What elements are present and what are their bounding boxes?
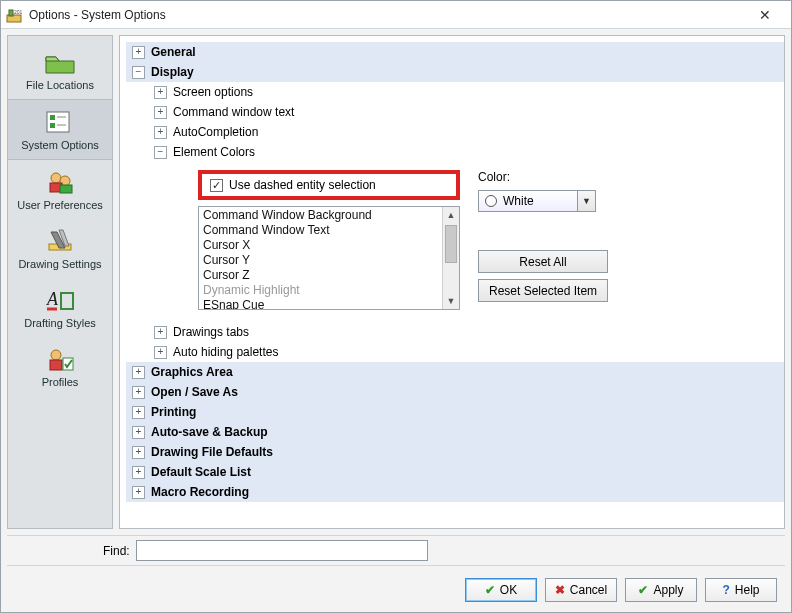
use-dashed-checkbox[interactable]: ✓	[210, 179, 223, 192]
expand-icon[interactable]: +	[154, 126, 167, 139]
scroll-thumb[interactable]	[445, 225, 457, 263]
sidebar-label: User Preferences	[17, 199, 103, 211]
apply-icon: ✔	[638, 583, 648, 597]
element-colors-list[interactable]: Command Window Background Command Window…	[198, 206, 460, 310]
tree-node-printing[interactable]: + Printing	[126, 402, 784, 422]
collapse-icon[interactable]: −	[154, 146, 167, 159]
tree-node-display[interactable]: − Display	[126, 62, 784, 82]
svg-point-20	[51, 350, 61, 360]
svg-rect-13	[60, 185, 72, 193]
color-label: Color:	[478, 170, 608, 184]
expand-icon[interactable]: +	[132, 426, 145, 439]
collapse-icon[interactable]: −	[132, 66, 145, 79]
sidebar-item-drawing-settings[interactable]: Drawing Settings	[8, 219, 112, 278]
svg-marker-4	[46, 57, 59, 61]
list-scrollbar[interactable]: ▲ ▼	[442, 207, 459, 309]
svg-rect-21	[50, 360, 62, 370]
expand-icon[interactable]: +	[132, 46, 145, 59]
checklist-icon	[43, 108, 77, 136]
tree-node-open-save-as[interactable]: + Open / Save As	[126, 382, 784, 402]
expand-icon[interactable]: +	[132, 386, 145, 399]
expand-icon[interactable]: +	[132, 486, 145, 499]
tree-node-graphics-area[interactable]: + Graphics Area	[126, 362, 784, 382]
apply-button[interactable]: ✔ Apply	[625, 578, 697, 602]
category-sidebar: File Locations System Options User Prefe…	[7, 35, 113, 529]
sidebar-label: Drafting Styles	[24, 317, 96, 329]
help-button[interactable]: ? Help	[705, 578, 777, 602]
svg-rect-7	[50, 123, 55, 128]
tree-node-auto-hiding-palettes[interactable]: + Auto hiding palettes	[126, 342, 784, 362]
sidebar-item-drafting-styles[interactable]: A Drafting Styles	[8, 278, 112, 337]
scroll-up-icon[interactable]: ▲	[443, 207, 459, 223]
expand-icon[interactable]: +	[154, 346, 167, 359]
window-title: Options - System Options	[29, 8, 745, 22]
color-swatch-icon	[485, 195, 497, 207]
expand-icon[interactable]: +	[132, 366, 145, 379]
text-style-icon: A	[43, 286, 77, 314]
tree-node-element-colors[interactable]: − Element Colors	[126, 142, 784, 162]
list-item[interactable]: Cursor Z	[203, 268, 442, 283]
element-colors-panel: ✓ Use dashed entity selection Command Wi…	[198, 170, 784, 310]
expand-icon[interactable]: +	[132, 406, 145, 419]
tree-node-autosave-backup[interactable]: + Auto-save & Backup	[126, 422, 784, 442]
expand-icon[interactable]: +	[132, 466, 145, 479]
list-item[interactable]: ESnap Cue	[203, 298, 442, 309]
profile-icon	[43, 345, 77, 373]
sidebar-item-profiles[interactable]: Profiles	[8, 337, 112, 396]
color-dropdown[interactable]: White ▼	[478, 190, 596, 212]
tree-node-drawings-tabs[interactable]: + Drawings tabs	[126, 322, 784, 342]
svg-rect-19	[61, 293, 73, 309]
check-icon: ✔	[485, 583, 495, 597]
list-item[interactable]: Command Window Background	[203, 208, 442, 223]
x-icon: ✖	[555, 583, 565, 597]
reset-selected-button[interactable]: Reset Selected Item	[478, 279, 608, 302]
reset-all-button[interactable]: Reset All	[478, 250, 608, 273]
sidebar-item-user-preferences[interactable]: User Preferences	[8, 160, 112, 219]
list-item[interactable]: Command Window Text	[203, 223, 442, 238]
sidebar-label: Profiles	[42, 376, 79, 388]
tree-node-drawing-file-defaults[interactable]: + Drawing File Defaults	[126, 442, 784, 462]
list-item[interactable]: Dynamic Highlight	[203, 283, 442, 298]
svg-text:A: A	[46, 289, 59, 309]
sidebar-item-file-locations[interactable]: File Locations	[8, 40, 112, 99]
tree-node-autocompletion[interactable]: + AutoCompletion	[126, 122, 784, 142]
titlebar: 2018 Options - System Options ✕	[1, 1, 791, 29]
svg-rect-1	[9, 10, 13, 16]
find-label: Find:	[103, 544, 130, 558]
expand-icon[interactable]: +	[154, 86, 167, 99]
sidebar-label: Drawing Settings	[18, 258, 101, 270]
svg-rect-6	[50, 115, 55, 120]
app-icon: 2018	[5, 6, 23, 24]
tree-node-screen-options[interactable]: + Screen options	[126, 82, 784, 102]
svg-point-10	[51, 173, 61, 183]
folder-icon	[43, 48, 77, 76]
help-icon: ?	[722, 583, 729, 597]
find-input[interactable]	[136, 540, 428, 561]
tree-node-macro-recording[interactable]: + Macro Recording	[126, 482, 784, 502]
expand-icon[interactable]: +	[154, 106, 167, 119]
sidebar-label: File Locations	[26, 79, 94, 91]
sidebar-item-system-options[interactable]: System Options	[8, 99, 112, 160]
sidebar-label: System Options	[21, 139, 99, 151]
color-value: White	[503, 194, 534, 208]
svg-text:2018: 2018	[14, 9, 22, 15]
users-icon	[43, 168, 77, 196]
list-item[interactable]: Cursor Y	[203, 253, 442, 268]
close-button[interactable]: ✕	[745, 4, 785, 26]
tree-node-command-window-text[interactable]: + Command window text	[126, 102, 784, 122]
tree-node-general[interactable]: + General	[126, 42, 784, 62]
options-dialog: 2018 Options - System Options ✕ File Loc…	[0, 0, 792, 613]
expand-icon[interactable]: +	[154, 326, 167, 339]
client-area: File Locations System Options User Prefe…	[1, 29, 791, 612]
drawing-tools-icon	[43, 227, 77, 255]
list-item[interactable]: Cursor X	[203, 238, 442, 253]
dialog-buttons: ✔ OK ✖ Cancel ✔ Apply ? Help	[7, 572, 785, 606]
tree-node-default-scale-list[interactable]: + Default Scale List	[126, 462, 784, 482]
cancel-button[interactable]: ✖ Cancel	[545, 578, 617, 602]
ok-button[interactable]: ✔ OK	[465, 578, 537, 602]
dashed-entity-highlight: ✓ Use dashed entity selection	[198, 170, 460, 200]
scroll-down-icon[interactable]: ▼	[443, 293, 459, 309]
expand-icon[interactable]: +	[132, 446, 145, 459]
use-dashed-label: Use dashed entity selection	[229, 178, 376, 192]
chevron-down-icon: ▼	[577, 191, 595, 211]
